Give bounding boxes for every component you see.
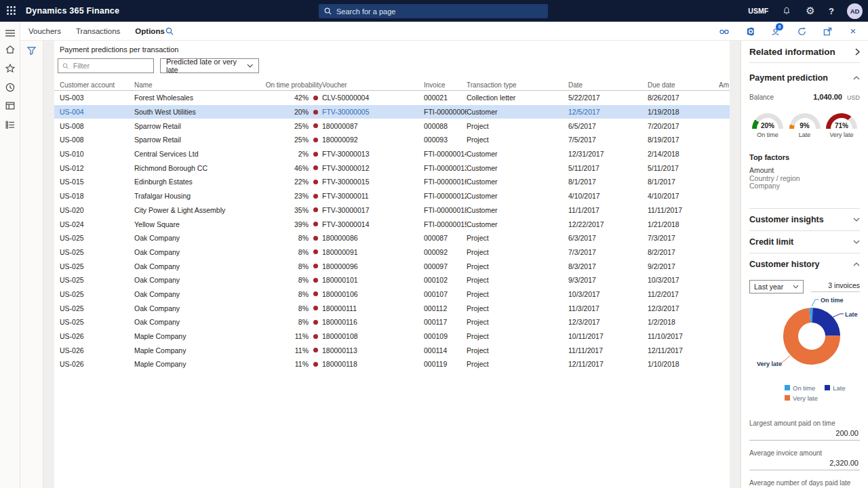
cell-invoice: 000087 [424,234,467,242]
table-row[interactable]: US-025Oak Company8%180000116000117Projec… [54,315,730,329]
probability-dot [309,222,322,226]
section-payment-prediction[interactable]: Payment prediction [749,73,860,83]
home-icon[interactable] [5,44,16,55]
grid-filter-input[interactable] [58,58,154,73]
balance-label: Balance [749,94,813,101]
table-row[interactable]: US-026Maple Company11%180000113000114Pro… [54,343,730,357]
cell-invoice: FTI-00000006 [424,108,467,116]
hamburger-menu-icon[interactable] [5,28,16,39]
cell-voucher: 180000096 [322,262,424,270]
table-row[interactable]: US-025Oak Company8%180000106000107Projec… [54,287,730,302]
probability-dot [309,123,322,128]
history-period-dropdown[interactable]: Last year [749,280,804,293]
table-row[interactable]: US-025Oak Company8%180000091000092Projec… [54,245,730,260]
workspaces-icon[interactable] [5,100,16,111]
top-factor: Company [749,182,860,190]
section-credit-limit[interactable]: Credit limit [749,230,860,253]
cell-name: Maple Company [134,346,256,354]
cell-name: Maple Company [134,360,256,368]
chevron-right-icon[interactable] [855,48,860,56]
cell-voucher[interactable]: FTV-30000005 [322,108,424,116]
table-row[interactable]: US-015Edinburgh Estates22%FTV-30000015FT… [54,175,730,189]
table-row[interactable]: US-008Sparrow Retail25%180000087000088Pr… [54,119,730,133]
recent-clock-icon[interactable] [5,82,16,93]
modules-list-icon[interactable] [5,119,16,130]
cell-transaction-type: Project [467,122,568,130]
search-icon [324,7,332,15]
action-search-icon[interactable] [165,27,174,35]
cell-date[interactable]: 12/5/2017 [568,108,648,116]
table-row[interactable]: US-025Oak Company8%180000096000097Projec… [54,259,730,273]
probability-dot [309,236,322,241]
table-row[interactable]: US-026Maple Company11%180000108000109Pro… [54,329,730,344]
table-row[interactable]: US-020City Power & Light Assembly35%FTV-… [54,203,730,218]
close-icon[interactable]: × [848,26,859,37]
col-amount[interactable]: Am [719,81,730,89]
table-row[interactable]: US-024Yellow Square39%FTV-30000014FTI-00… [54,217,730,231]
settings-gear-icon[interactable]: ⚙ [805,5,816,16]
related-info-glasses-icon[interactable] [719,26,730,37]
cell-customer-account: US-026 [60,360,134,368]
col-date[interactable]: Date [568,81,648,89]
company-selector[interactable]: USMF [748,7,768,15]
col-on-time-probability[interactable]: On time probability [256,81,322,89]
table-row[interactable]: US-010Central Services Ltd2%FTV-30000013… [54,147,730,161]
cell-invoice: FTI-00000015 [424,220,467,228]
cell-name: Central Services Ltd [134,150,256,158]
messages-badge-icon[interactable]: 0 [770,26,781,37]
legend-item: On time [785,384,815,392]
avatar[interactable]: AD [847,3,863,19]
table-row[interactable]: US-018Trafalgar Housing23%FTV-30000011FT… [54,189,730,203]
right-gutter [730,41,741,488]
col-customer-account[interactable]: Customer account [60,81,134,89]
notifications-bell-icon[interactable] [781,5,792,16]
prediction-filter-dropdown[interactable]: Predicted late or very late [160,58,259,73]
cell-due-date: 1/2/2018 [648,318,719,326]
help-icon[interactable]: ? [829,6,834,16]
col-name[interactable]: Name [134,81,256,89]
open-in-new-window-icon[interactable] [822,26,833,37]
col-due-date[interactable]: Due date [648,81,719,89]
global-search-placeholder: Search for a page [336,7,395,16]
table-row[interactable]: US-025Oak Company8%180000086000087Projec… [54,231,730,245]
refresh-icon[interactable] [796,26,807,37]
col-transaction-type[interactable]: Transaction type [467,81,568,89]
cell-on-time-probability: 23% [256,192,309,200]
cell-on-time-probability: 20% [256,108,309,116]
global-search-input[interactable]: Search for a page [319,4,548,18]
col-voucher[interactable]: Voucher [322,81,424,89]
table-row[interactable]: US-025Oak Company8%180000111000112Projec… [54,301,730,315]
cell-date: 12/3/2017 [568,318,648,326]
cell-voucher: 180000113 [322,346,424,354]
tab-options[interactable]: Options [135,27,164,35]
favorites-star-icon[interactable] [5,63,16,74]
section-customer-insights[interactable]: Customer insights [749,208,860,230]
cell-transaction-type: Customer [467,108,568,116]
table-row[interactable]: US-012Richmond Borough CC46%FTV-30000012… [54,161,730,175]
office-icon[interactable] [745,26,755,37]
top-factors-label: Top factors [749,153,860,161]
table-row[interactable]: US-004South West Utilities20%FTV-3000000… [54,105,730,119]
cell-transaction-type: Customer [467,178,568,186]
waffle-menu-icon[interactable] [7,6,16,16]
section-customer-history[interactable]: Customer history [749,253,860,275]
cell-voucher: FTV-30000015 [322,178,424,186]
probability-dot [309,165,322,170]
chevron-up-icon [853,262,860,266]
table-row[interactable]: US-003Forest Wholesales42%CLV-5000000400… [54,91,730,105]
table-row[interactable]: US-026Maple Company11%180000118000119Pro… [54,357,730,371]
table-row[interactable]: US-025Oak Company8%180000101000102Projec… [54,273,730,287]
cell-date: 10/11/2017 [568,332,648,340]
col-invoice[interactable]: Invoice [424,81,467,89]
related-information-panel: Related information Payment prediction B… [741,41,868,488]
donut-label-very-late: Very late [757,361,782,367]
filter-funnel-icon[interactable] [26,45,37,58]
table-row[interactable]: US-008Sparrow Retail25%180000092000093Pr… [54,133,730,147]
cell-on-time-probability: 11% [256,360,309,368]
cell-on-time-probability: 25% [256,122,309,130]
cell-name: Edinburgh Estates [134,178,256,186]
cell-customer-account[interactable]: US-004 [60,108,134,116]
filter-input[interactable] [73,62,149,70]
tab-vouchers[interactable]: Vouchers [28,27,61,35]
tab-transactions[interactable]: Transactions [76,27,120,35]
